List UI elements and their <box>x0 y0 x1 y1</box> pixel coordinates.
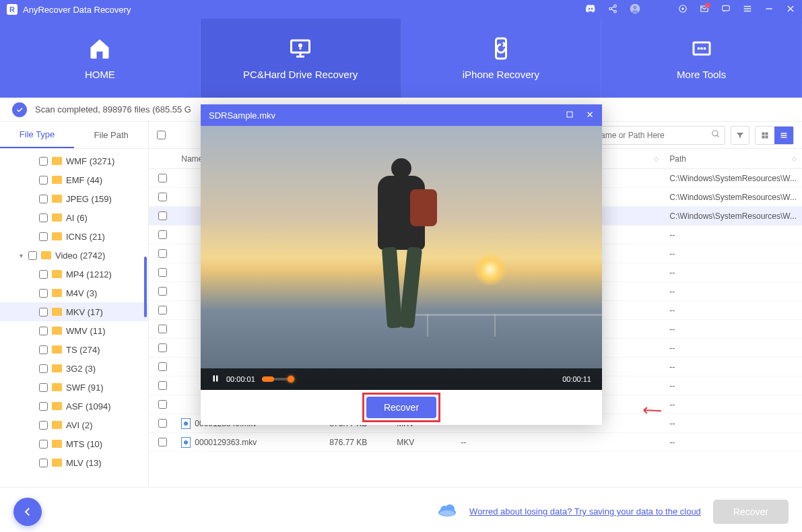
row-checkbox[interactable] <box>158 325 167 333</box>
share-icon[interactable] <box>608 4 617 15</box>
tab-home[interactable]: HOME <box>0 19 201 98</box>
tab-more-tools[interactable]: More Tools <box>601 19 802 98</box>
file-tree[interactable]: WMF (3271)EMF (44)JPEG (159)AI (6)ICNS (… <box>0 149 148 487</box>
close-icon[interactable] <box>786 4 795 15</box>
discord-icon[interactable] <box>585 3 596 16</box>
search-icon[interactable] <box>711 129 721 141</box>
modal-maximize-icon[interactable] <box>566 110 574 121</box>
grid-view-button[interactable] <box>756 127 774 144</box>
col-path[interactable]: Path◇ <box>664 154 802 164</box>
tree-checkbox[interactable] <box>39 459 48 467</box>
row-checkbox[interactable] <box>158 193 167 201</box>
tree-label: 3G2 (3) <box>66 364 96 374</box>
svg-point-7 <box>298 44 302 48</box>
modal-titlebar[interactable]: SDRSample.mkv <box>201 104 602 126</box>
svg-point-21 <box>440 510 455 516</box>
tree-item[interactable]: AVI (2) <box>0 415 148 434</box>
cell-path: -- <box>664 438 802 447</box>
tree-item[interactable]: TS (274) <box>0 340 148 359</box>
recover-button-footer[interactable]: Recover <box>713 500 789 524</box>
tree-item[interactable]: MLV (13) <box>0 453 148 472</box>
filter-button[interactable] <box>731 126 749 145</box>
svg-point-13 <box>712 130 718 135</box>
user-avatar-icon[interactable] <box>630 3 640 16</box>
tree-item[interactable]: AI (6) <box>0 208 148 227</box>
pause-icon[interactable] <box>211 374 220 385</box>
tree-checkbox[interactable] <box>39 345 48 354</box>
video-progress[interactable] <box>262 378 290 380</box>
tree-checkbox[interactable] <box>39 308 48 317</box>
tree-label: M4V (3) <box>66 288 97 298</box>
tree-item[interactable]: MTS (10) <box>0 434 148 453</box>
row-checkbox[interactable] <box>158 419 167 428</box>
row-checkbox[interactable] <box>158 381 167 390</box>
tree-checkbox[interactable] <box>39 232 48 241</box>
menu-icon[interactable] <box>743 4 752 15</box>
row-checkbox[interactable] <box>158 343 167 352</box>
tree-checkbox[interactable] <box>39 270 48 279</box>
row-checkbox[interactable] <box>158 249 167 258</box>
table-row[interactable]: 0000129363.mkv876.77 KBMKV---- <box>149 433 802 452</box>
tree-checkbox[interactable] <box>39 402 48 411</box>
row-checkbox[interactable] <box>158 438 167 446</box>
svg-rect-14 <box>762 132 765 135</box>
tree-checkbox[interactable] <box>39 383 48 392</box>
sidetab-filepath[interactable]: File Path <box>74 122 148 148</box>
video-preview[interactable]: 00:00:01 00:00:11 <box>201 126 602 390</box>
tree-checkbox[interactable] <box>39 289 48 298</box>
svg-rect-22 <box>567 112 572 117</box>
tree-item[interactable]: WMF (3271) <box>0 152 148 170</box>
select-all-checkbox[interactable] <box>157 131 166 139</box>
row-checkbox[interactable] <box>158 268 167 277</box>
list-view-button[interactable] <box>774 127 793 144</box>
tree-checkbox[interactable] <box>28 251 37 260</box>
tab-iphone-recovery[interactable]: iPhone Recovery <box>401 19 602 98</box>
tree-item[interactable]: M4V (3) <box>0 284 148 302</box>
tree-checkbox[interactable] <box>39 195 48 203</box>
tab-pc-recovery[interactable]: PC&Hard Drive Recovery <box>201 19 401 98</box>
tree-item[interactable]: ICNS (21) <box>0 227 148 246</box>
tree-item[interactable]: ASF (1094) <box>0 397 148 415</box>
tree-item[interactable]: WMV (11) <box>0 321 148 340</box>
video-duration: 00:00:11 <box>562 375 591 383</box>
svg-point-10 <box>697 47 700 50</box>
row-checkbox[interactable] <box>158 287 167 296</box>
row-checkbox[interactable] <box>158 211 167 220</box>
recover-button-modal[interactable]: Recover <box>366 397 436 418</box>
tree-checkbox[interactable] <box>39 421 48 430</box>
tree-item[interactable]: JPEG (159) <box>0 189 148 208</box>
titlebar: R AnyRecover Data Recovery <box>0 0 802 19</box>
tree-item[interactable]: EMF (44) <box>0 170 148 189</box>
modal-close-icon[interactable] <box>586 110 594 121</box>
tree-label: TS (274) <box>66 345 100 355</box>
feedback-icon[interactable] <box>721 4 731 15</box>
mail-icon[interactable] <box>700 4 709 15</box>
tree-checkbox[interactable] <box>39 440 48 448</box>
row-checkbox[interactable] <box>158 306 167 314</box>
tree-item[interactable]: MP4 (1212) <box>0 265 148 284</box>
sidetab-filetype[interactable]: File Type <box>0 122 74 148</box>
tree-checkbox[interactable] <box>39 176 48 185</box>
svg-rect-15 <box>766 132 768 135</box>
cloud-link[interactable]: Worred about losing data? Try saving you… <box>469 506 701 517</box>
tree-category[interactable]: ▾Video (2742) <box>0 246 148 265</box>
back-button[interactable] <box>13 498 42 526</box>
row-checkbox[interactable] <box>158 362 167 371</box>
tree-item[interactable]: MKV (17) <box>0 302 148 321</box>
target-icon[interactable] <box>678 4 688 15</box>
tree-checkbox[interactable] <box>39 364 48 373</box>
tree-checkbox[interactable] <box>39 327 48 335</box>
tree-label: ASF (1094) <box>66 401 110 411</box>
tree-item[interactable]: SWF (91) <box>0 378 148 397</box>
cell-date: -- <box>455 438 664 447</box>
folder-icon <box>52 383 62 391</box>
row-checkbox[interactable] <box>158 400 167 409</box>
minimize-icon[interactable] <box>764 4 774 15</box>
row-checkbox[interactable] <box>158 174 167 182</box>
tree-checkbox[interactable] <box>39 157 48 166</box>
row-checkbox[interactable] <box>158 230 167 239</box>
tree-checkbox[interactable] <box>39 213 48 222</box>
tree-label: ICNS (21) <box>66 232 105 242</box>
tree-item[interactable]: 3G2 (3) <box>0 359 148 378</box>
scrollbar-thumb[interactable] <box>144 257 147 317</box>
